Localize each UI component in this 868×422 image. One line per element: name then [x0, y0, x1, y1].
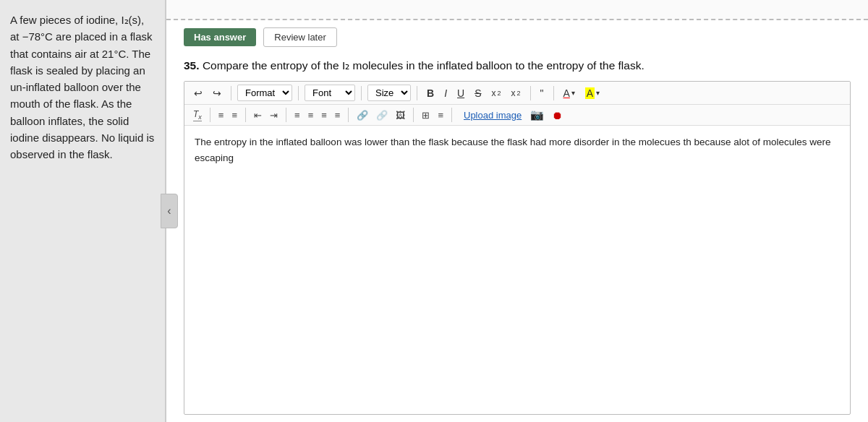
link-button[interactable]: 🔗 [354, 108, 371, 122]
divider-6 [553, 86, 554, 100]
unordered-list-icon: ≡ [231, 110, 237, 121]
collapse-sidebar-button[interactable]: ‹ [161, 194, 178, 228]
toolbar-row2: Tx ≡ ≡ ⇤ ⇥ ≡ ≡ ≡ [184, 105, 850, 126]
divider-4 [417, 86, 417, 100]
divider-5 [530, 86, 531, 100]
size-select[interactable]: Size [367, 85, 411, 101]
redo-icon: ↪ [213, 87, 221, 99]
ordered-list-icon: ≡ [218, 110, 224, 121]
divider-12 [451, 108, 452, 122]
camera-icon: 📷 [530, 108, 544, 121]
question-text: 35. Compare the entropy of the I₂ molecu… [166, 51, 868, 81]
divider-7 [210, 108, 210, 122]
align-justify-icon: ≡ [335, 110, 341, 121]
outdent-button[interactable]: ⇤ [251, 108, 265, 122]
align-right-button[interactable]: ≡ [318, 108, 330, 122]
review-later-button[interactable]: Review later [263, 27, 337, 47]
quote-button[interactable]: " [537, 86, 548, 100]
align-center-button[interactable]: ≡ [305, 108, 317, 122]
record-button[interactable]: ⏺ [549, 108, 566, 123]
unlink-button[interactable]: 🔗 [373, 108, 391, 122]
top-border [166, 0, 868, 20]
font-select[interactable]: Font [305, 85, 355, 101]
question-body: Compare the entropy of the I₂ molecules … [203, 59, 644, 72]
font-color-dropdown-icon: ▾ [571, 89, 575, 97]
font-color-icon: A [563, 87, 570, 99]
undo-icon: ↩ [194, 87, 203, 99]
divider-9 [286, 108, 286, 122]
undo-button[interactable]: ↩ [190, 86, 206, 100]
indent-button[interactable]: ⇥ [267, 108, 281, 122]
align-left-icon: ≡ [294, 110, 300, 121]
font-color-button[interactable]: A ▾ [560, 86, 579, 100]
align-justify-button[interactable]: ≡ [332, 108, 344, 122]
bg-color-button[interactable]: A ▾ [582, 86, 603, 100]
divider-11 [413, 108, 414, 122]
image-icon: 🖼 [396, 110, 405, 121]
bg-color-icon: A [585, 87, 595, 99]
align-right-icon: ≡ [321, 110, 327, 121]
outdent-icon: ⇤ [254, 110, 262, 121]
subscript-button[interactable]: x2 [488, 87, 504, 100]
clear-format-button[interactable]: Tx [190, 108, 205, 123]
editor-content-area[interactable]: The entropy in the inflated balloon was … [184, 126, 850, 414]
table-icon: ⊞ [422, 110, 430, 121]
upload-image-button[interactable]: Upload image [460, 108, 525, 122]
editor-text: The entropy in the inflated balloon was … [195, 137, 831, 163]
toolbar-row1: ↩ ↪ Format Font Size B I U S x2 x [184, 82, 850, 105]
has-answer-button[interactable]: Has answer [184, 28, 256, 46]
clear-format-icon: Tx [193, 109, 202, 121]
bold-button[interactable]: B [423, 86, 438, 100]
divider-2 [298, 86, 299, 100]
format-select[interactable]: Format [237, 85, 292, 101]
question-header: Has answer Review later [166, 20, 868, 51]
chevron-left-icon: ‹ [167, 202, 171, 220]
bg-color-dropdown-icon: ▾ [596, 89, 600, 97]
align-left-button[interactable]: ≡ [292, 108, 303, 122]
special-chars-icon: ≡ [438, 110, 443, 121]
table-button[interactable]: ⊞ [419, 108, 433, 122]
unordered-list-button[interactable]: ≡ [229, 108, 240, 122]
editor-container: ↩ ↪ Format Font Size B I U S x2 x [184, 81, 851, 415]
unlink-icon: 🔗 [376, 110, 388, 121]
quote-icon: " [540, 87, 544, 99]
record-icon: ⏺ [552, 109, 563, 121]
question-number: 35. [184, 59, 200, 72]
divider-8 [245, 108, 246, 122]
divider-1 [231, 86, 231, 100]
align-center-icon: ≡ [308, 110, 314, 121]
indent-icon: ⇥ [270, 110, 278, 121]
link-icon: 🔗 [357, 110, 368, 121]
divider-10 [348, 108, 349, 122]
special-chars-button[interactable]: ≡ [435, 108, 446, 122]
divider-3 [361, 86, 362, 100]
ordered-list-button[interactable]: ≡ [216, 108, 227, 122]
left-panel: A few pieces of iodine, I₂(s), at −78°C … [0, 0, 166, 422]
superscript-button[interactable]: x2 [508, 87, 524, 100]
italic-button[interactable]: I [441, 86, 451, 100]
strikethrough-button[interactable]: S [471, 86, 485, 100]
question-context-text: A few pieces of iodine, I₂(s), at −78°C … [10, 14, 154, 160]
camera-button[interactable]: 📷 [527, 107, 547, 123]
underline-button[interactable]: U [454, 86, 468, 100]
image-button[interactable]: 🖼 [393, 108, 408, 122]
redo-button[interactable]: ↪ [209, 86, 225, 100]
main-panel: Has answer Review later 35. Compare the … [166, 0, 868, 422]
